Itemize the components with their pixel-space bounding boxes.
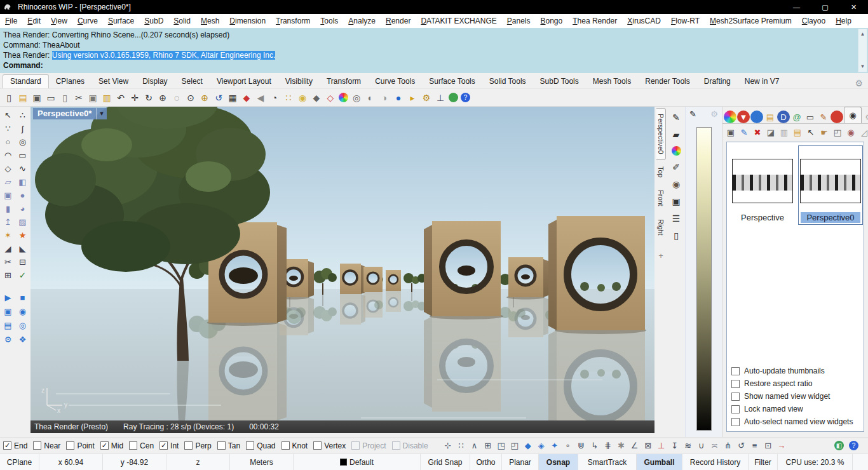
osnap-knot-checkbox[interactable] [281, 441, 290, 450]
undo-icon[interactable]: ↶ [115, 92, 126, 104]
viewport-title-dropdown-icon[interactable]: ▾ [96, 108, 107, 119]
osnap-tan[interactable]: Tan [217, 441, 240, 450]
menu-help[interactable]: Help [831, 17, 857, 25]
rendered-display-icon[interactable]: ● [393, 92, 404, 104]
boolean-union-icon[interactable]: ✶ [3, 229, 14, 241]
trim-icon[interactable]: ✂ [3, 256, 14, 268]
status-osnap[interactable]: Osnap [539, 454, 578, 470]
toolbar-tab-set-view[interactable]: Set View [92, 75, 135, 88]
menu-solid[interactable]: Solid [168, 17, 196, 25]
thea-snapshot-icon[interactable]: ◉ [17, 306, 29, 317]
menu-mesh[interactable]: Mesh [196, 17, 224, 25]
option-auto-select-named-view-widgets[interactable]: Auto-select named view widgets [730, 415, 860, 428]
options-gears-icon[interactable]: ⚙ [421, 92, 432, 104]
new-page-icon[interactable]: ▯ [670, 230, 682, 241]
control-points-icon[interactable]: ∴ [17, 109, 29, 121]
viewport-tab-top[interactable]: Top [656, 160, 665, 184]
freeform-curve-icon[interactable]: ∿ [17, 163, 29, 175]
toolbar-gear-icon[interactable]: ⚙ [855, 78, 865, 88]
toolbar-tab-display[interactable]: Display [135, 75, 174, 88]
thea-iris-icon[interactable]: ◎ [17, 319, 29, 331]
option-auto-update-thumbnails[interactable]: Auto-update thumbnails [730, 365, 860, 377]
status-x-60-94[interactable]: x 60.94 [39, 454, 103, 470]
menu-edit[interactable]: Edit [22, 17, 46, 25]
earth-icon[interactable] [449, 93, 458, 102]
menu-thea-render[interactable]: Thea Render [567, 17, 622, 25]
box-edit-icon[interactable]: ◰ [510, 440, 520, 452]
toolbar-tab-cplanes[interactable]: CPlanes [49, 75, 92, 88]
filter-objects-icon[interactable]: ◧ [834, 441, 844, 450]
delete-view-icon[interactable]: ✖ [752, 126, 763, 138]
status-cplane[interactable]: CPlane [0, 454, 39, 470]
option-auto-select-named-view-widgets-checkbox[interactable] [731, 418, 740, 426]
denoiser-icon[interactable]: D [777, 111, 790, 123]
osnap-knot[interactable]: Knot [281, 441, 308, 450]
ghosted-display-icon[interactable]: ◑ [379, 92, 390, 104]
match-icon[interactable]: ≍ [710, 440, 720, 452]
option-lock-named-view-checkbox[interactable] [731, 405, 740, 413]
thea-render-start-icon[interactable]: ▶ [3, 292, 14, 303]
show-view-eye-icon[interactable]: ◉ [845, 126, 857, 138]
surface-revolve-icon[interactable]: ◕ [17, 203, 29, 215]
menu-mesh2surface-premium[interactable]: Mesh2Surface Premium [705, 17, 797, 25]
status-ortho[interactable]: Ortho [470, 454, 502, 470]
viewport-layout-icon[interactable]: ▦ [227, 92, 238, 104]
osnap-int[interactable]: Int [159, 441, 179, 450]
named-views-camera-icon[interactable]: ◉ [846, 109, 859, 121]
cplane-widget-icon[interactable]: ⊥ [435, 92, 446, 104]
toolbar-tab-mesh-tools[interactable]: Mesh Tools [586, 75, 638, 88]
help-icon[interactable]: ? [461, 93, 470, 102]
angle-icon[interactable]: ∠ [630, 440, 640, 452]
toolbar-tab-drafting[interactable]: Drafting [697, 75, 738, 88]
zoom-selected-icon[interactable]: ⊕ [199, 92, 210, 104]
scroll-up-icon[interactable]: ▲ [860, 29, 865, 39]
status-gumball[interactable]: Gumball [637, 454, 682, 470]
thea-darkroom-icon[interactable] [831, 111, 843, 123]
option-restore-aspect-ratio-checkbox[interactable] [731, 380, 740, 388]
toolbar-tab-subd-tools[interactable]: SubD Tools [533, 75, 586, 88]
menu-bongo[interactable]: Bongo [535, 17, 567, 25]
polygon-icon[interactable]: ◇ [3, 163, 14, 175]
clipping-box-icon[interactable]: ⊠ [643, 440, 653, 452]
osnap-cen-checkbox[interactable] [129, 441, 137, 450]
option-auto-update-thumbnails-checkbox[interactable] [731, 367, 740, 375]
osnap-disable[interactable]: Disable [392, 441, 428, 450]
thea-save-image-icon[interactable]: ▣ [3, 306, 14, 317]
scroll-down-icon[interactable]: ▼ [860, 62, 865, 72]
gradient-gear-icon[interactable]: ⚙ [710, 109, 718, 119]
group-icon[interactable]: ⊡ [763, 440, 773, 452]
circle-icon[interactable]: ○ [3, 136, 14, 148]
toolbar-tab-standard[interactable]: Standard [3, 74, 49, 88]
tone-gradient-bar[interactable] [696, 127, 712, 431]
grasshopper-spiral-icon[interactable]: @ [790, 111, 803, 123]
thea-browser-icon[interactable]: ▤ [3, 319, 14, 331]
eraser-icon[interactable]: ▰ [670, 129, 682, 140]
osnap-cen[interactable]: Cen [129, 441, 154, 450]
flow-icon[interactable]: ↳ [590, 440, 600, 452]
cut-icon[interactable]: ✂ [73, 92, 85, 104]
menu-panels[interactable]: Panels [502, 17, 536, 25]
thea-settings-icon[interactable]: ⚙ [3, 333, 14, 345]
previous-view-icon[interactable]: ◀ [255, 92, 266, 104]
library-folder-icon[interactable]: ▤ [764, 111, 776, 123]
zoom-dynamic-icon[interactable]: ⊕ [157, 92, 168, 104]
new-file-icon[interactable]: ▯ [3, 92, 15, 104]
osnap-point[interactable]: Point [66, 441, 94, 450]
shaded-display-icon[interactable]: ◐ [365, 92, 376, 104]
set-view-icon[interactable]: ◆ [241, 92, 252, 104]
sphere-icon[interactable]: ● [17, 189, 29, 201]
menu-view[interactable]: View [46, 17, 72, 25]
thea-material-icon[interactable]: ▼ [737, 111, 750, 123]
toolbar-tab-visibility[interactable]: Visibility [278, 75, 320, 88]
menu-analyze[interactable]: Analyze [343, 17, 381, 25]
duplicate-view-icon[interactable]: ◰ [832, 126, 843, 138]
named-views-camera-tab[interactable]: ◉ [844, 107, 862, 124]
paste-view-icon[interactable]: ▥ [778, 126, 790, 138]
pan-icon[interactable]: ✛ [129, 92, 140, 104]
surface-patch-icon[interactable]: ▨ [17, 216, 29, 228]
array-polar-icon[interactable]: ✱ [616, 440, 627, 452]
toolbar-tab-select[interactable]: Select [175, 75, 210, 88]
fillet-icon[interactable]: ◢ [3, 243, 14, 255]
apply-hand-icon[interactable]: ☛ [818, 126, 830, 138]
toolbar-tab-surface-tools[interactable]: Surface Tools [422, 75, 482, 88]
